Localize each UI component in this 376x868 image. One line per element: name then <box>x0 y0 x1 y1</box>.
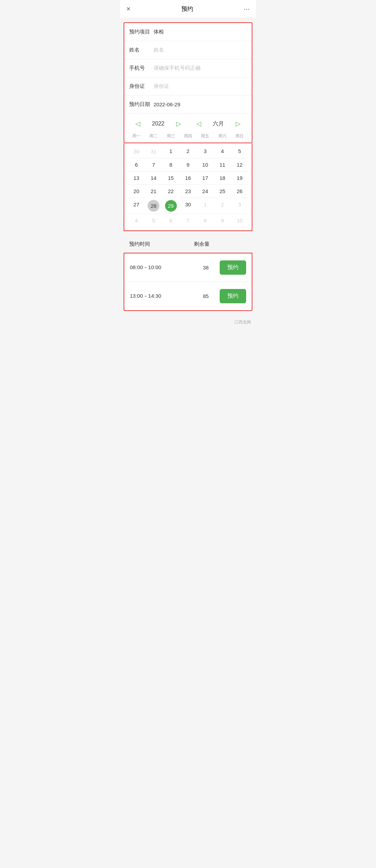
time-slot-row-1: 13:00－14:3085预约 <box>124 282 252 310</box>
calendar-header: ◁ 2022 ▷ ◁ 六月 ▷ <box>124 113 252 131</box>
calendar-day[interactable]: 10 <box>231 214 248 227</box>
form-label-4: 预约日期 <box>129 101 154 108</box>
calendar-day[interactable]: 6 <box>162 214 179 227</box>
calendar-day[interactable]: 8 <box>197 214 214 227</box>
calendar-day[interactable]: 27 <box>128 198 145 214</box>
calendar-day[interactable]: 4 <box>128 214 145 227</box>
calendar-day[interactable]: 9 <box>214 214 231 227</box>
calendar-day[interactable]: 12 <box>231 158 248 171</box>
calendar-day[interactable]: 5 <box>145 214 162 227</box>
form-label-3: 身份证 <box>129 83 154 90</box>
time-range-0: 08:00－10:00 <box>130 264 195 271</box>
calendar-day[interactable]: 22 <box>162 184 179 198</box>
calendar-day[interactable]: 11 <box>214 158 231 171</box>
book-button-1[interactable]: 预约 <box>220 289 246 303</box>
calendar-year: 2022 <box>152 121 165 127</box>
calendar-day[interactable]: 3 <box>231 198 248 214</box>
form-value-3[interactable]: 身份证 <box>154 83 247 90</box>
calendar-day[interactable]: 14 <box>145 171 162 184</box>
form-section: 预约项目体检姓名姓名手机号请确保手机号码正确身份证身份证预约日期2022-06-… <box>124 22 252 143</box>
form-value-0: 体检 <box>154 29 247 35</box>
calendar-day[interactable]: 31 <box>145 145 162 158</box>
weekday-label: 周三 <box>162 132 179 140</box>
form-label-0: 预约项目 <box>129 29 154 35</box>
weekday-label: 周四 <box>179 132 196 140</box>
calendar-day[interactable]: 1 <box>197 198 214 214</box>
calendar-day[interactable]: 2 <box>214 198 231 214</box>
calendar-day[interactable]: 15 <box>162 171 179 184</box>
calendar-day[interactable]: 16 <box>179 171 196 184</box>
header: × 预约 ··· <box>120 0 256 18</box>
form-label-2: 手机号 <box>129 65 154 71</box>
form-row-3: 身份证身份证 <box>124 77 252 96</box>
calendar-day[interactable]: 29 <box>165 200 177 212</box>
more-icon[interactable]: ··· <box>244 5 250 13</box>
calendar-month: 六月 <box>213 120 224 128</box>
calendar-day[interactable]: 30 <box>128 145 145 158</box>
month-next-button[interactable]: ▷ <box>232 119 244 129</box>
time-slot-header: 预约时间 剩余量 <box>124 236 252 253</box>
remaining-count-1: 85 <box>195 293 216 299</box>
calendar-day[interactable]: 10 <box>197 158 214 171</box>
time-slot-row-0: 08:00－10:0038预约 <box>124 253 252 282</box>
calendar-day[interactable]: 4 <box>214 145 231 158</box>
calendar-day[interactable]: 13 <box>128 171 145 184</box>
calendar-day[interactable]: 6 <box>128 158 145 171</box>
form-row-2: 手机号请确保手机号码正确 <box>124 59 252 77</box>
calendar-day[interactable]: 20 <box>128 184 145 198</box>
calendar-day[interactable]: 5 <box>231 145 248 158</box>
weekday-label: 周二 <box>145 132 162 140</box>
page-title: 预约 <box>181 5 193 13</box>
remaining-count-0: 38 <box>195 265 216 271</box>
calendar-day[interactable]: 25 <box>214 184 231 198</box>
calendar-day[interactable]: 2 <box>179 145 196 158</box>
form-row-1: 姓名姓名 <box>124 41 252 59</box>
year-prev-button[interactable]: ◁ <box>132 119 144 129</box>
close-icon[interactable]: × <box>126 5 131 13</box>
weekday-label: 周一 <box>128 132 145 140</box>
calendar-day[interactable]: 30 <box>179 198 196 214</box>
month-prev-button[interactable]: ◁ <box>193 119 205 129</box>
form-value-2[interactable]: 请确保手机号码正确 <box>154 65 247 71</box>
time-range-1: 13:00－14:30 <box>130 293 195 299</box>
book-button-0[interactable]: 预约 <box>220 260 246 275</box>
calendar-day[interactable]: 23 <box>179 184 196 198</box>
calendar-day[interactable]: 18 <box>214 171 231 184</box>
weekday-label: 周五 <box>197 132 214 140</box>
calendar-day[interactable]: 24 <box>197 184 214 198</box>
weekday-label: 周日 <box>231 132 248 140</box>
time-slot-section: 08:00－10:0038预约13:00－14:3085预约 <box>124 253 252 311</box>
time-header-label: 预约时间 <box>129 241 188 248</box>
calendar-day[interactable]: 19 <box>231 171 248 184</box>
form-value-4: 2022-06-29 <box>154 101 247 107</box>
calendar-day[interactable]: 17 <box>197 171 214 184</box>
form-label-1: 姓名 <box>129 47 154 53</box>
calendar-day[interactable]: 7 <box>179 214 196 227</box>
weekday-label: 周六 <box>214 132 231 140</box>
calendar-body: 3031123456789101112131415161718192021222… <box>124 143 252 231</box>
calendar-day[interactable]: 1 <box>162 145 179 158</box>
calendar-day[interactable]: 3 <box>197 145 214 158</box>
remaining-header-label: 剩余量 <box>188 241 216 248</box>
footer-watermark: 江西龙网 <box>120 316 256 332</box>
weekday-labels: 周一周二周三周四周五周六周日 <box>124 131 252 143</box>
form-value-1[interactable]: 姓名 <box>154 47 247 53</box>
form-row-4: 预约日期2022-06-29 <box>124 96 252 113</box>
calendar-day[interactable]: 21 <box>145 184 162 198</box>
calendar-day[interactable]: 26 <box>231 184 248 198</box>
calendar-day[interactable]: 9 <box>179 158 196 171</box>
calendar-day[interactable]: 7 <box>145 158 162 171</box>
form-row-0: 预约项目体检 <box>124 23 252 41</box>
calendar-day[interactable]: 8 <box>162 158 179 171</box>
calendar-day[interactable]: 28 <box>148 200 159 212</box>
year-next-button[interactable]: ▷ <box>173 119 185 129</box>
